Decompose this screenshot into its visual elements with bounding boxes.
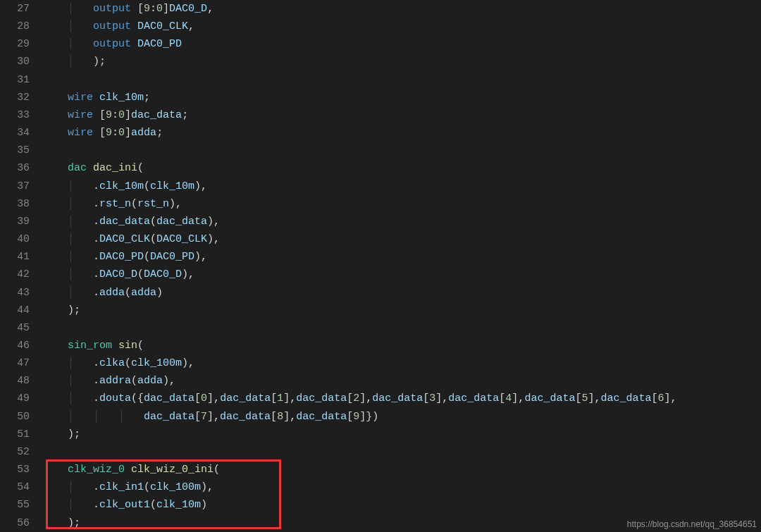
line-number: 35 (0, 142, 30, 159)
code-token: DAC0_PD (150, 251, 194, 263)
line-number: 55 (0, 496, 30, 514)
code-token: dac_data (296, 411, 347, 423)
code-line[interactable]: │ .rst_n(rst_n), (42, 195, 761, 213)
code-token: ], (664, 392, 676, 404)
code-line[interactable]: wire [9:0]dac_data; (42, 106, 761, 124)
code-line[interactable]: │ │ │ dac_data[7],dac_data[8],dac_data[9… (42, 408, 761, 426)
code-token: 1 (277, 392, 283, 404)
code-token: │ │ │ (42, 411, 144, 423)
code-token: ( (144, 180, 150, 192)
code-token: │ (42, 198, 93, 210)
line-number: 46 (0, 337, 30, 354)
code-token: . (93, 180, 99, 192)
code-token: addra (99, 375, 131, 387)
code-line[interactable]: ); (42, 302, 761, 319)
code-token: ); (93, 56, 106, 68)
code-token: DAC0_CLK (99, 233, 150, 245)
code-line[interactable]: sin_rom sin( (42, 337, 761, 354)
code-token: rst_n (99, 198, 131, 210)
code-token: ), (182, 268, 194, 280)
code-token: │ (42, 499, 93, 511)
code-line[interactable] (42, 319, 761, 337)
code-token: ( (125, 357, 131, 369)
code-token: ], (207, 411, 220, 423)
code-token: [ (423, 392, 429, 404)
code-line[interactable]: │ .douta({dac_data[0],dac_data[1],dac_da… (42, 390, 761, 407)
line-number: 43 (0, 284, 30, 302)
code-line[interactable] (42, 142, 761, 159)
code-token: adda (99, 287, 125, 299)
code-token: dac_data (99, 216, 150, 228)
code-token: ), (194, 180, 207, 192)
code-line[interactable]: wire [9:0]adda; (42, 124, 761, 142)
code-token: wire (68, 92, 99, 104)
code-token: [ (99, 127, 106, 139)
code-line[interactable]: │ output DAC0_CLK, (42, 18, 761, 35)
code-token: ( (137, 162, 144, 174)
code-token: [ (347, 392, 353, 404)
code-line[interactable]: │ .dac_data(dac_data), (42, 213, 761, 230)
code-token: 9 (144, 3, 150, 15)
code-token: . (93, 499, 99, 511)
line-number: 29 (0, 35, 30, 53)
code-line[interactable]: │ .addra(adda), (42, 372, 761, 390)
code-token: ], (207, 392, 220, 404)
line-number: 47 (0, 354, 30, 372)
line-number: 30 (0, 53, 30, 70)
code-line[interactable]: │ .adda(adda) (42, 284, 761, 302)
code-token (42, 428, 68, 440)
code-line[interactable]: │ output DAC0_PD (42, 35, 761, 53)
code-token: . (93, 375, 99, 387)
line-number: 45 (0, 319, 30, 337)
code-token (42, 92, 68, 104)
code-token (42, 304, 68, 316)
code-token: ), (207, 233, 220, 245)
code-editor[interactable]: 2728293031323334353637383940414243444546… (0, 0, 761, 532)
code-token: │ (42, 357, 93, 369)
code-token (42, 464, 68, 476)
code-token: dac_data (524, 392, 575, 404)
code-line[interactable]: ); (42, 426, 761, 443)
line-number: 51 (0, 426, 30, 443)
code-line[interactable]: clk_wiz_0 clk_wiz_0_ini( (42, 461, 761, 478)
code-token: ] (163, 3, 169, 15)
code-token: ); (68, 304, 80, 316)
code-token: ), (169, 198, 182, 210)
code-token: ; (144, 92, 150, 104)
code-token: 0 (118, 127, 125, 139)
line-number: 34 (0, 124, 30, 142)
line-number: 52 (0, 443, 30, 461)
code-line[interactable]: │ .clk_out1(clk_10m) (42, 496, 761, 514)
code-line[interactable]: │ .DAC0_CLK(DAC0_CLK), (42, 230, 761, 248)
code-token: output (93, 20, 137, 32)
code-token: . (93, 287, 99, 299)
code-token: dac_data (144, 392, 194, 404)
code-token: dac_data (296, 392, 347, 404)
code-line[interactable]: │ .clk_10m(clk_10m), (42, 178, 761, 195)
code-line[interactable]: │ ); (42, 53, 761, 70)
code-token: . (93, 198, 99, 210)
line-number: 41 (0, 248, 30, 266)
code-token: : (112, 127, 118, 139)
code-token: ( (144, 251, 150, 263)
code-token: adda (137, 375, 163, 387)
code-line[interactable]: │ .clk_in1(clk_100m), (42, 478, 761, 496)
code-line[interactable] (42, 71, 761, 89)
watermark: https://blog.csdn.net/qq_36854651 (627, 519, 757, 529)
code-token: output (93, 3, 137, 15)
code-line[interactable]: │ output [9:0]DAC0_D, (42, 0, 761, 18)
code-line[interactable]: │ .clka(clk_100m), (42, 354, 761, 372)
code-token: ; (156, 127, 163, 139)
code-token: 9 (353, 411, 359, 423)
code-area[interactable]: │ output [9:0]DAC0_D, │ output DAC0_CLK,… (42, 0, 761, 532)
code-token: 7 (201, 411, 207, 423)
line-number: 39 (0, 213, 30, 230)
code-line[interactable]: │ .DAC0_PD(DAC0_PD), (42, 248, 761, 266)
code-token: . (93, 357, 99, 369)
code-line[interactable]: dac dac_ini( (42, 159, 761, 177)
code-line[interactable]: │ .DAC0_D(DAC0_D), (42, 266, 761, 283)
code-line[interactable] (42, 443, 761, 461)
code-line[interactable]: wire clk_10m; (42, 89, 761, 106)
line-number: 32 (0, 89, 30, 106)
code-token: clk_10m (99, 92, 144, 104)
